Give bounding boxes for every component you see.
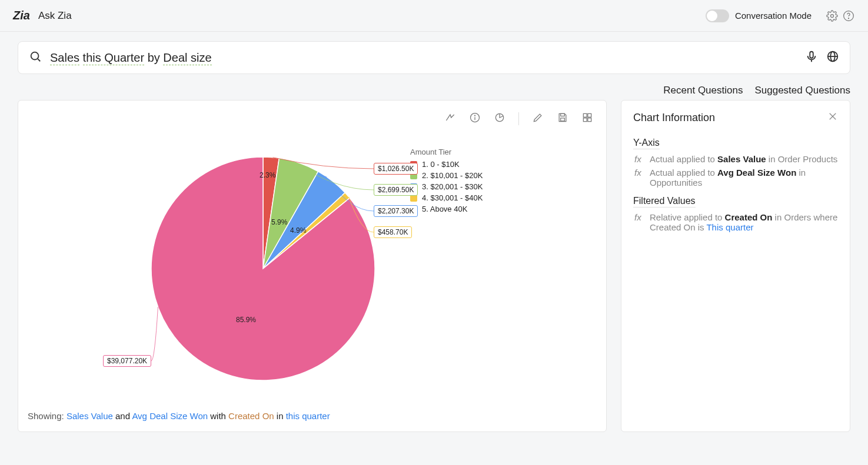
callout-tier1: $1,026.50K (374, 163, 418, 175)
yaxis-row-1: fx Actual applied to Sales Value in Orde… (633, 154, 838, 164)
legend-label: 3. $20,001 - $30K (422, 182, 483, 191)
legend-label: 4. $30,001 - $40K (422, 193, 483, 202)
showing-row: Showing: Sales Value and Avg Deal Size W… (28, 407, 597, 421)
svg-rect-5 (810, 52, 813, 58)
edit-icon[interactable] (532, 112, 544, 126)
legend-item[interactable]: 5. Above 40K (410, 205, 483, 213)
toolbar-separator (518, 112, 519, 125)
svg-rect-17 (588, 113, 591, 117)
zia-logo: Zia (13, 9, 30, 22)
leader-line (151, 307, 158, 361)
chart-type-icon[interactable] (494, 112, 505, 126)
legend-label: 1. 0 - $10K (422, 160, 460, 169)
zia-icon[interactable] (444, 112, 456, 126)
svg-rect-19 (588, 118, 591, 122)
mic-icon[interactable] (805, 50, 818, 65)
filter-row-1: fx Relative applied to Created On in Ord… (633, 212, 838, 232)
legend-label: 5. Above 40K (422, 205, 467, 213)
chart-info-title: Chart Information (633, 112, 715, 124)
recent-questions-link[interactable]: Recent Questions (663, 85, 743, 96)
svg-point-2 (849, 18, 849, 18)
top-bar: Zia Ask Zia Conversation Mode (0, 0, 868, 32)
legend-item[interactable]: 4. $30,001 - $40K (410, 193, 483, 202)
svg-line-4 (38, 59, 40, 61)
grid-icon[interactable] (581, 112, 593, 126)
pct-tier1: 2.3% (260, 171, 275, 179)
fx-icon: fx (634, 212, 645, 232)
callout-tier4: $458.70K (374, 226, 412, 238)
yaxis-row-2: fx Actual applied to Avg Deal Size Won i… (633, 168, 838, 188)
showing-created[interactable]: Created On (228, 411, 274, 421)
save-icon[interactable] (557, 112, 568, 126)
svg-rect-18 (583, 118, 587, 122)
svg-point-0 (831, 14, 834, 17)
fx-icon: fx (634, 154, 645, 164)
callout-tier2: $2,699.50K (374, 184, 418, 196)
svg-point-3 (31, 52, 39, 60)
fx-icon: fx (634, 168, 645, 188)
info-icon[interactable] (469, 112, 481, 126)
showing-label: Showing: (28, 411, 64, 421)
legend-item[interactable]: 3. $20,001 - $30K (410, 182, 483, 191)
yaxis-heading: Y-Axis (633, 138, 660, 149)
pct-tier3: 4.9% (290, 226, 306, 235)
svg-point-12 (475, 115, 475, 116)
svg-rect-14 (561, 113, 565, 116)
chart-info-panel: Chart Information Y-Axis fx Actual appli… (621, 100, 850, 432)
search-query[interactable]: Sales this Quarter by Deal size (42, 51, 797, 65)
search-bar[interactable]: Sales this Quarter by Deal size (18, 41, 850, 74)
page-title: Ask Zia (38, 10, 72, 22)
pct-tier5: 85.9% (236, 316, 256, 324)
callout-tier3: $2,207.30K (374, 205, 418, 217)
legend-title: Amount Tier (410, 148, 483, 156)
globe-icon[interactable] (826, 50, 839, 65)
pct-tier2: 5.9% (271, 218, 287, 226)
legend-item[interactable]: 2. $10,001 - $20K (410, 171, 483, 180)
suggested-questions-link[interactable]: Suggested Questions (754, 85, 850, 96)
filtered-heading: Filtered Values (633, 196, 696, 208)
conversation-mode-toggle[interactable] (706, 9, 729, 22)
help-icon[interactable] (842, 9, 855, 22)
legend-label: 2. $10,001 - $20K (422, 171, 483, 180)
question-links: Recent Questions Suggested Questions (0, 79, 868, 100)
chart-panel: $1,026.50K $2,699.50K $2,207.30K $458.70… (18, 100, 607, 432)
chart-toolbar (28, 110, 597, 128)
close-icon[interactable] (827, 111, 838, 125)
legend-item[interactable]: 1. 0 - $10K (410, 160, 483, 169)
callout-tier5: $39,077.20K (103, 355, 151, 367)
showing-avg[interactable]: Avg Deal Size Won (132, 411, 208, 421)
settings-icon[interactable] (826, 9, 839, 22)
conversation-mode-label: Conversation Mode (735, 11, 812, 21)
search-icon (29, 50, 42, 65)
showing-sales[interactable]: Sales Value (66, 411, 113, 421)
showing-quarter[interactable]: this quarter (286, 411, 330, 421)
pie-chart: $1,026.50K $2,699.50K $2,207.30K $458.70… (28, 133, 393, 407)
svg-rect-16 (583, 113, 587, 117)
svg-rect-15 (561, 118, 565, 121)
legend: Amount Tier 1. 0 - $10K2. $10,001 - $20K… (410, 133, 483, 407)
